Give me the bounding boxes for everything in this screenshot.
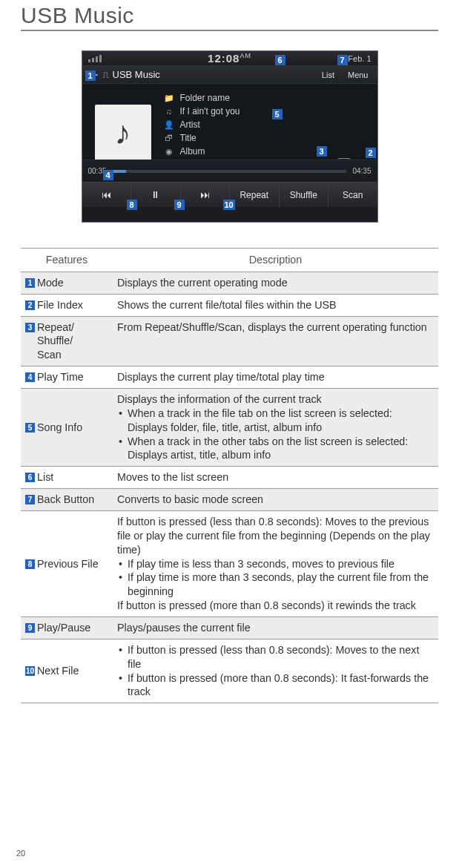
status-date: Feb. 1 xyxy=(348,54,371,63)
prev-button[interactable]: ⏮ xyxy=(82,183,132,207)
status-bar: Feb. 1 12:08AM xyxy=(82,51,377,66)
callout-7: 7 xyxy=(337,55,348,65)
feat-list: List xyxy=(37,471,53,483)
desc-previous-file: If button is pressed (less than 0.8 seco… xyxy=(113,511,438,617)
progress-row: 00:35 04:35 xyxy=(82,160,377,182)
desc-repeat: From Repeat/Shuffle/Scan, displays the c… xyxy=(113,316,438,366)
tag-6: 6 xyxy=(25,473,35,482)
desc-play-time: Displays the current play time/total pla… xyxy=(113,366,438,389)
tag-3: 3 xyxy=(25,323,35,332)
desc-mode: Displays the current operating mode xyxy=(113,272,438,294)
album-icon: ◉ xyxy=(164,147,174,157)
scan-button[interactable]: Scan xyxy=(328,183,377,207)
main-area: ♪ 📁Folder name ♫If I ain't got you 👤Arti… xyxy=(82,84,377,182)
mode-bar: ⎍ USB Music List Menu xyxy=(82,66,377,84)
usb-icon: ⎍ xyxy=(103,70,108,80)
features-table: Features Description 1Mode Displays the … xyxy=(21,248,438,703)
table-row: 1Mode Displays the current operating mod… xyxy=(21,272,438,294)
callout-3: 3 xyxy=(317,146,327,157)
total-time: 04:35 xyxy=(352,167,371,175)
table-row: 7Back Button Converts to basic mode scre… xyxy=(21,489,438,511)
music-note-icon: ♪ xyxy=(95,105,151,161)
feat-repeat-line2: Shuffle/ xyxy=(25,335,73,346)
table-row: 9Play/Pause Plays/pauses the current fil… xyxy=(21,617,438,640)
callout-1: 1 xyxy=(85,70,96,81)
desc-file-index: Shows the current file/total files withi… xyxy=(113,294,438,316)
list-button[interactable]: List xyxy=(317,69,339,81)
feat-back-button: Back Button xyxy=(37,493,94,505)
table-row: 4Play Time Displays the current play tim… xyxy=(21,366,438,389)
feat-repeat-line3: Scan xyxy=(25,349,62,361)
tag-9: 9 xyxy=(25,623,35,633)
ui-screenshot: Feb. 1 12:08AM ⎍ USB Music List Menu ♪ 📁… xyxy=(82,50,378,223)
file-icon: ♫ xyxy=(164,107,174,116)
header-features: Features xyxy=(21,249,113,272)
desc-back-button: Converts to basic mode screen xyxy=(113,489,438,511)
callout-10: 10 xyxy=(223,200,235,210)
feat-previous-file: Previous File xyxy=(37,558,99,570)
tag-4: 4 xyxy=(25,372,35,382)
pause-icon: ⏸ xyxy=(151,189,160,200)
callout-9: 9 xyxy=(174,200,185,210)
callout-5: 5 xyxy=(272,109,283,119)
next-icon: ⏭ xyxy=(200,189,210,200)
page-number: 20 xyxy=(16,849,25,858)
feat-next-file: Next File xyxy=(37,665,79,677)
table-row: 10Next File If button is pressed (less t… xyxy=(21,639,438,703)
callout-6: 6 xyxy=(275,55,285,65)
title-name: Title xyxy=(180,133,197,143)
mode-label: USB Music xyxy=(113,69,160,80)
progress-bar[interactable] xyxy=(113,170,347,173)
tag-7: 7 xyxy=(25,495,35,504)
feat-file-index: File Index xyxy=(37,299,83,311)
callout-4: 4 xyxy=(103,170,113,180)
table-row: 2File Index Shows the current file/total… xyxy=(21,294,438,316)
prev-icon: ⏮ xyxy=(102,189,111,200)
signal-icon xyxy=(88,55,102,62)
tag-1: 1 xyxy=(25,278,35,288)
table-row: 3Repeat/ Shuffle/ Scan From Repeat/Shuff… xyxy=(21,316,438,366)
table-header-row: Features Description xyxy=(21,249,438,272)
menu-button[interactable]: Menu xyxy=(343,69,373,81)
artist-name: Artist xyxy=(180,119,200,130)
feat-play-pause: Play/Pause xyxy=(37,622,90,634)
tag-10: 10 xyxy=(25,666,35,676)
table-row: 6List Moves to the list screen xyxy=(21,467,438,489)
status-time: 12:08AM xyxy=(208,52,251,65)
repeat-button[interactable]: Repeat xyxy=(230,183,280,207)
title-underline xyxy=(21,30,438,31)
table-row: 5Song Info Displays the information of t… xyxy=(21,389,438,467)
screenshot-wrapper: Feb. 1 12:08AM ⎍ USB Music List Menu ♪ 📁… xyxy=(21,50,438,223)
table-row: 8Previous File If button is pressed (les… xyxy=(21,511,438,617)
tag-2: 2 xyxy=(25,300,35,310)
header-description: Description xyxy=(113,249,438,272)
tag-5: 5 xyxy=(25,423,35,433)
desc-next-file: If button is pressed (less than 0.8 seco… xyxy=(113,639,438,703)
desc-song-info: Displays the information of the current … xyxy=(113,389,438,467)
desc-play-pause: Plays/pauses the current file xyxy=(113,617,438,640)
feat-repeat-line1: Repeat/ xyxy=(37,321,74,333)
title-icon: 🗗 xyxy=(164,134,174,142)
feat-song-info: Song Info xyxy=(37,421,82,433)
desc-list: Moves to the list screen xyxy=(113,467,438,489)
page-title: USB Music xyxy=(21,0,438,30)
callout-8: 8 xyxy=(127,200,137,210)
album-name: Album xyxy=(180,146,205,157)
artist-icon: 👤 xyxy=(164,120,174,130)
tag-8: 8 xyxy=(25,559,35,569)
shuffle-button[interactable]: Shuffle xyxy=(280,183,329,207)
folder-name: Folder name xyxy=(180,93,230,103)
feat-play-time: Play Time xyxy=(37,371,84,383)
feat-mode: Mode xyxy=(37,277,64,289)
folder-icon: 📁 xyxy=(164,93,174,103)
file-name: If I ain't got you xyxy=(180,106,240,116)
callout-2: 2 xyxy=(366,148,376,158)
